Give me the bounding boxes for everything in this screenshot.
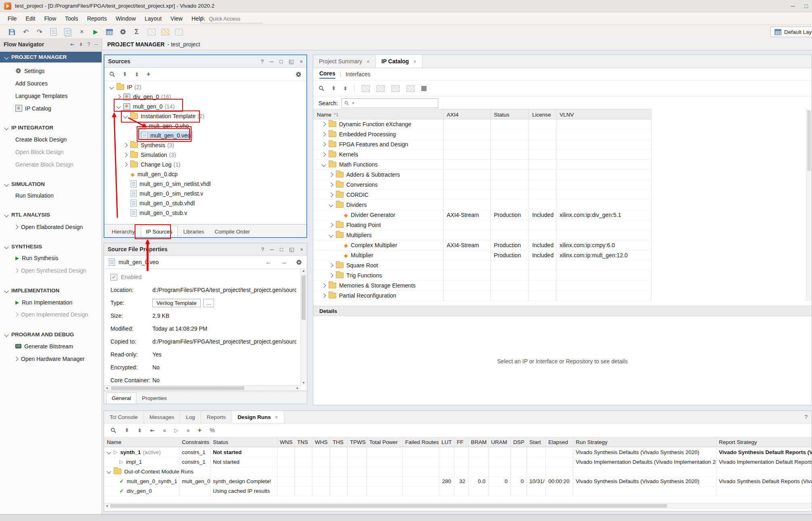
tab-messages[interactable]: Messages <box>144 411 181 423</box>
close-tab-icon[interactable]: × <box>366 58 370 65</box>
type-browse-button[interactable]: … <box>203 299 214 307</box>
quick-access-search[interactable] <box>200 14 263 23</box>
help-icon[interactable]: ? <box>800 411 812 423</box>
column-header[interactable]: Elapsed <box>545 437 573 447</box>
tab-log[interactable]: Log <box>180 411 201 423</box>
catalog-row-divider-generator[interactable]: ◆Divider GeneratorAXI4-StreamProductionI… <box>313 210 651 220</box>
sidebar-item-language-templates[interactable]: Language Templates <box>0 90 102 101</box>
tree-row-mult-gen[interactable]: mult_gen_0(14) <box>104 102 306 111</box>
horizontal-scrollbar[interactable]: ◄► <box>104 385 300 391</box>
undo-button[interactable]: ↶ <box>21 27 31 37</box>
column-header[interactable]: Constraints <box>179 437 210 447</box>
catalog-row-complex-multiplier[interactable]: ◆Complex MultiplierAXI4-StreamProduction… <box>313 240 651 250</box>
menu-file[interactable]: File <box>3 14 21 23</box>
scroll-up-icon[interactable]: ▲ <box>302 269 305 273</box>
sidebar-item-ip-integrator[interactable]: IP INTEGRATOR <box>0 122 102 133</box>
sidebar-item-implementation[interactable]: IMPLEMENTATION <box>0 285 102 296</box>
tab-general[interactable]: General <box>106 392 136 404</box>
maximize-window-icon[interactable]: □ <box>805 3 808 9</box>
catalog-search-box[interactable]: ▼ <box>341 98 438 108</box>
column-header[interactable]: WNS <box>277 437 294 447</box>
tree-row-dcp[interactable]: ◆mult_gen_0.dcp <box>104 169 306 179</box>
minimize-window-icon[interactable]: ─ <box>791 3 795 9</box>
collapse-all-icon[interactable]: ⇞ <box>123 71 127 77</box>
run-row-mult-gen-synth[interactable]: ✓mult_gen_0_synth_1 mult_gen_0 synth_des… <box>104 476 812 486</box>
tab-reports[interactable]: Reports <box>201 411 232 423</box>
column-header[interactable]: LUT <box>439 437 454 447</box>
catalog-row[interactable]: Multipliers <box>313 230 651 240</box>
menu-view[interactable]: View <box>166 14 187 23</box>
tab-properties[interactable]: Properties <box>137 393 172 404</box>
group-by-icon[interactable] <box>362 85 370 92</box>
forward-icon[interactable]: → <box>281 258 287 266</box>
column-header[interactable]: BRAM <box>468 437 488 447</box>
report-button[interactable] <box>48 27 58 37</box>
step-forward-icon[interactable]: » <box>187 427 190 433</box>
tab-ip-catalog[interactable]: IP Catalog× <box>376 55 423 68</box>
expand-icon[interactable]: ⇟ <box>79 42 83 47</box>
column-header[interactable]: Run Strategy <box>573 437 716 447</box>
float-panel-icon[interactable]: ◱ <box>289 58 294 65</box>
run-icon[interactable]: ▷ <box>174 427 179 433</box>
scroll-down-icon[interactable]: ▼ <box>302 381 305 385</box>
collapse-all-icon[interactable]: ⇞ <box>331 85 336 92</box>
catalog-row[interactable]: Memories & Storage Elements <box>313 281 651 291</box>
sidebar-item-open-elaborated-design[interactable]: Open Elaborated Design <box>0 221 102 232</box>
search-icon[interactable] <box>109 71 115 77</box>
scroll-right-icon[interactable]: ► <box>296 386 299 390</box>
sidebar-item-settings[interactable]: Settings <box>0 65 102 76</box>
tab-hierarchy[interactable]: Hierarchy <box>107 226 140 237</box>
vertical-scrollbar[interactable]: ▲▼ <box>300 269 306 385</box>
sidebar-item-synthesis[interactable]: SYNTHESIS <box>0 241 102 252</box>
catalog-row[interactable]: Kernels <box>313 150 651 160</box>
help-icon[interactable]: ? <box>87 42 90 47</box>
collapse-all-icon[interactable]: ⇞ <box>125 427 129 433</box>
search-icon[interactable] <box>319 85 325 92</box>
help-icon[interactable]: ? <box>261 246 264 252</box>
sidebar-item-open-implemented-design[interactable]: Open Implemented Design <box>0 309 102 320</box>
column-header-name[interactable]: Name^1 <box>313 109 443 120</box>
column-header[interactable]: TPWS <box>347 437 366 447</box>
sidebar-item-open-synthesized-design[interactable]: Open Synthesized Design <box>0 265 102 276</box>
catalog-row-multiplier[interactable]: ◆MultiplierProductionIncludedxilinx.com:… <box>313 250 651 260</box>
column-header[interactable]: Start <box>527 437 545 447</box>
sidebar-item-ip-catalog[interactable]: IP Catalog <box>0 103 102 114</box>
catalog-row[interactable]: FPGA Features and Design <box>313 140 651 150</box>
go-to-start-icon[interactable]: ⇤ <box>150 427 155 433</box>
copy-button[interactable] <box>62 27 72 37</box>
scroll-thumb[interactable] <box>111 386 244 390</box>
create-runs-icon[interactable]: + <box>198 427 202 434</box>
run-row-ooc-group[interactable]: Out-of-Context Module Runs <box>104 467 812 477</box>
menu-reports[interactable]: Reports <box>83 14 111 23</box>
menu-window[interactable]: Window <box>111 14 140 23</box>
close-tab-icon[interactable]: × <box>413 58 416 65</box>
catalog-row[interactable]: Trig Functions <box>313 271 651 281</box>
sidebar-item-simulation[interactable]: SIMULATION <box>0 179 102 190</box>
tree-row-vho[interactable]: mult_gen_0.vho <box>104 121 306 131</box>
column-header[interactable]: FF <box>454 437 468 447</box>
sidebar-item-program-and-debug[interactable]: PROGRAM AND DEBUG <box>0 329 102 340</box>
column-header[interactable]: THS <box>330 437 347 447</box>
stop-icon[interactable] <box>421 86 427 91</box>
sources-panel-header[interactable]: Sources ? ─ □ ◱ × <box>104 55 306 68</box>
catalog-row[interactable]: Dynamic Function eXchange <box>313 119 651 129</box>
tree-row-synthesis[interactable]: Synthesis(3) <box>104 140 306 150</box>
subtab-interfaces[interactable]: Interfaces <box>346 71 370 77</box>
run-row-impl-1[interactable]: ▷impl_1 constrs_1 Not started Vivado Imp… <box>104 457 812 467</box>
help-icon[interactable]: ? <box>261 58 264 65</box>
float-panel-icon[interactable]: ◱ <box>289 246 294 252</box>
sidebar-item-create-block-design[interactable]: Create Block Design <box>0 134 102 145</box>
run-row-div-gen[interactable]: ✓div_gen_0 Using cached IP results <box>104 486 812 496</box>
tab-design-runs[interactable]: Design Runs× <box>232 411 284 423</box>
menu-edit[interactable]: Edit <box>21 14 40 23</box>
tree-row-veo[interactable]: mult_gen_0.veo <box>104 131 306 140</box>
column-header[interactable]: Report Strategy <box>716 437 812 447</box>
column-header[interactable]: TNS <box>294 437 312 447</box>
sidebar-item-run-implementation[interactable]: ▶Run Implementation <box>0 297 102 308</box>
column-header[interactable]: Status <box>210 437 277 447</box>
menu-layout[interactable]: Layout <box>140 14 166 23</box>
tree-row-instantiation-template[interactable]: Instantiation Template(2) <box>104 111 306 121</box>
column-header-license[interactable]: License <box>529 109 556 120</box>
enabled-checkbox[interactable]: ✓ <box>110 274 117 281</box>
sidebar-item-rtl-analysis[interactable]: RTL ANALYSIS <box>0 209 102 220</box>
